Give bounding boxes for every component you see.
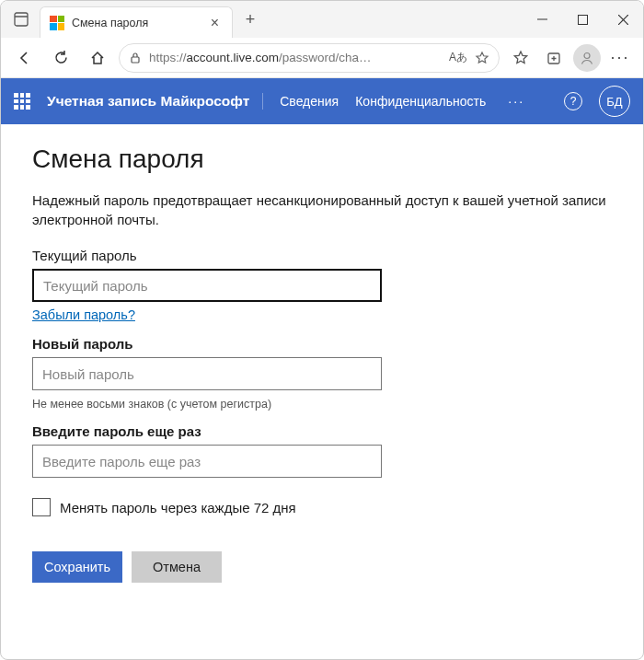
user-avatar[interactable]: БД <box>599 86 630 117</box>
app-launcher-icon[interactable] <box>14 93 30 110</box>
back-button[interactable] <box>8 42 40 74</box>
address-bar[interactable]: https://account.live.com/password/cha… A… <box>119 43 500 73</box>
window-maximize[interactable] <box>562 1 603 38</box>
browser-tab[interactable]: Смена пароля × <box>40 6 233 38</box>
favorite-icon[interactable] <box>475 51 489 65</box>
page-description: Надежный пароль предотвращает несанкцион… <box>32 191 612 229</box>
tab-list-icon[interactable] <box>8 6 34 32</box>
current-password-input[interactable] <box>32 269 382 302</box>
browser-toolbar: https://account.live.com/password/cha… A… <box>1 38 643 78</box>
new-tab-button[interactable]: + <box>236 6 264 33</box>
nav-info[interactable]: Сведения <box>280 94 339 109</box>
svg-point-10 <box>584 52 590 58</box>
help-button[interactable]: ? <box>564 92 582 110</box>
cancel-button[interactable]: Отмена <box>132 551 222 583</box>
new-password-input[interactable] <box>32 357 382 390</box>
profile-button[interactable] <box>571 42 603 74</box>
refresh-button[interactable] <box>45 42 76 74</box>
new-password-label: Новый пароль <box>32 336 612 352</box>
page-content: Смена пароля Надежный пароль предотвраща… <box>1 124 643 603</box>
home-button[interactable] <box>82 42 113 74</box>
rotate-password-checkbox[interactable] <box>32 498 51 516</box>
page-title: Смена пароля <box>32 145 612 174</box>
confirm-password-label: Введите пароль еще раз <box>32 423 612 439</box>
save-button[interactable]: Сохранить <box>32 551 122 583</box>
lock-icon <box>129 52 142 64</box>
nav-more[interactable]: ··· <box>508 94 524 109</box>
ms-account-header: Учетная запись Майкрософт Сведения Конфи… <box>1 78 643 124</box>
window-close[interactable] <box>603 1 643 38</box>
window-minimize[interactable] <box>522 1 562 38</box>
favorites-button[interactable] <box>505 42 536 74</box>
svg-rect-0 <box>15 13 28 26</box>
svg-rect-6 <box>132 57 139 63</box>
nav-privacy[interactable]: Конфиденциальность <box>355 94 486 109</box>
collections-button[interactable] <box>538 42 569 74</box>
tab-title: Смена пароля <box>72 17 148 29</box>
window-titlebar: Смена пароля × + <box>1 1 643 38</box>
tab-close-icon[interactable]: × <box>207 15 223 31</box>
menu-button[interactable]: ··· <box>604 42 636 74</box>
rotate-password-label: Менять пароль через каждые 72 дня <box>60 500 296 515</box>
forgot-password-link[interactable]: Забыли пароль? <box>32 307 135 322</box>
password-hint: Не менее восьми знаков (с учетом регистр… <box>32 398 612 411</box>
reader-icon[interactable]: Aあ <box>449 50 467 65</box>
brand-title[interactable]: Учетная запись Майкрософт <box>47 93 263 110</box>
current-password-label: Текущий пароль <box>32 248 612 263</box>
url-text: https://account.live.com/password/cha… <box>149 51 442 64</box>
svg-rect-3 <box>578 15 587 24</box>
confirm-password-input[interactable] <box>32 445 382 478</box>
ms-favicon <box>50 16 64 30</box>
